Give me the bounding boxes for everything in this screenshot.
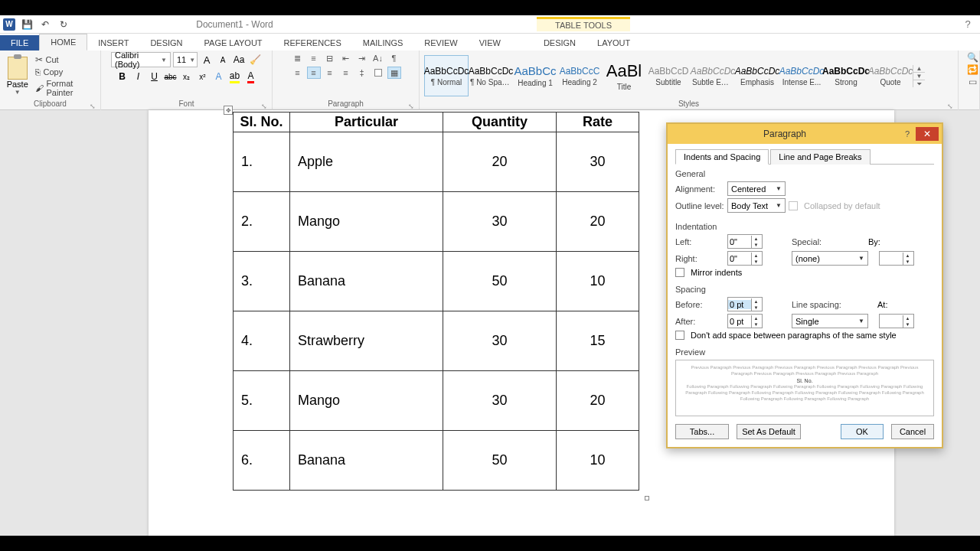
qat-redo-button[interactable]: ↻ — [57, 18, 70, 31]
left-indent-spinner[interactable]: ▲▼ — [727, 234, 763, 249]
table-cell[interactable]: 30 — [443, 192, 557, 252]
tab-review[interactable]: REVIEW — [413, 35, 468, 51]
highlight-button[interactable]: ab — [228, 70, 242, 83]
numbering-button[interactable]: ≡ — [307, 52, 321, 64]
outline-combo[interactable]: Body Text▼ — [727, 198, 786, 213]
table-cell[interactable]: 20 — [557, 192, 639, 252]
table-cell[interactable]: 2. — [234, 192, 290, 252]
style-item[interactable]: AaBbCcDcStrong — [824, 55, 868, 96]
change-case-button[interactable]: Aa — [232, 53, 246, 67]
table-cell[interactable]: 20 — [443, 132, 557, 192]
dialog-tab-line-breaks[interactable]: Line and Page Breaks — [770, 149, 870, 165]
tab-home[interactable]: HOME — [39, 34, 87, 51]
styles-scroll[interactable]: ▲▼⏷ — [913, 65, 925, 87]
dialog-help-button[interactable]: ? — [899, 129, 916, 139]
tab-mailings[interactable]: MAILINGS — [352, 35, 414, 51]
qat-save-button[interactable]: 💾 — [20, 18, 34, 31]
table-header[interactable]: Quantity — [443, 112, 557, 132]
style-item[interactable]: AaBbCcDSubtitle — [646, 55, 691, 96]
table-row[interactable]: 4.Strawberry3015 — [234, 311, 639, 371]
shrink-font-button[interactable]: A — [216, 53, 230, 67]
line-spacing-combo[interactable]: Single▼ — [792, 314, 868, 328]
bold-button[interactable]: B — [116, 70, 129, 83]
style-item[interactable]: AaBbCcDc¶ Normal — [424, 55, 469, 96]
cut-button[interactable]: ✂ Cut — [33, 54, 96, 66]
text-effects-button[interactable]: A — [212, 70, 226, 83]
table-cell[interactable]: Strawberry — [290, 311, 443, 371]
table-cell[interactable]: 20 — [557, 371, 639, 431]
show-marks-button[interactable]: ¶ — [387, 52, 401, 64]
table-cell[interactable]: 15 — [557, 311, 639, 371]
bullets-button[interactable]: ≣ — [291, 52, 305, 64]
table-cell[interactable]: 50 — [443, 431, 557, 491]
style-item[interactable]: AaBbCcCHeading 2 — [557, 55, 602, 96]
font-color-button[interactable]: A — [244, 70, 258, 83]
format-painter-button[interactable]: 🖌 Format Painter — [33, 78, 96, 98]
table-resize-handle[interactable] — [645, 496, 649, 500]
style-item[interactable]: AaBlTitle — [602, 55, 646, 96]
right-indent-spinner[interactable]: ▲▼ — [727, 251, 763, 266]
clipboard-launcher[interactable]: ⤡ — [90, 103, 96, 110]
ok-button[interactable]: OK — [841, 424, 884, 439]
special-combo[interactable]: (none)▼ — [792, 251, 868, 266]
style-item[interactable]: AaBbCcDcIntense E... — [779, 55, 824, 96]
borders-button[interactable]: ▦ — [387, 67, 401, 79]
table-cell[interactable]: Mango — [290, 371, 443, 431]
table-row[interactable]: 1.Apple2030 — [234, 132, 639, 192]
dialog-titlebar[interactable]: Paragraph ? ✕ — [668, 124, 942, 144]
table-cell[interactable]: Banana — [290, 431, 443, 491]
table-cell[interactable]: 1. — [234, 132, 290, 192]
styles-launcher[interactable]: ⤡ — [947, 103, 953, 110]
tab-page-layout[interactable]: PAGE LAYOUT — [194, 35, 273, 51]
underline-button[interactable]: U — [148, 70, 162, 83]
tabs-button[interactable]: Tabs... — [675, 424, 729, 439]
style-item[interactable]: AaBbCcDcEmphasis — [735, 55, 779, 96]
document-table[interactable]: Sl. No.ParticularQuantityRate 1.Apple203… — [233, 112, 639, 491]
set-default-button[interactable]: Set As Default — [737, 424, 801, 439]
table-cell[interactable]: 10 — [557, 252, 639, 311]
style-item[interactable]: AaBbCcHeading 1 — [513, 55, 557, 96]
no-space-checkbox[interactable] — [675, 331, 684, 340]
clear-formatting-button[interactable]: 🧹 — [248, 53, 262, 67]
mirror-checkbox[interactable] — [675, 268, 684, 277]
table-cell[interactable]: 5. — [234, 371, 290, 431]
table-header[interactable]: Particular — [290, 112, 443, 132]
table-move-handle[interactable]: ✥ — [224, 106, 233, 115]
table-cell[interactable]: 30 — [557, 132, 639, 192]
increase-indent-button[interactable]: ⇥ — [355, 52, 369, 64]
font-launcher[interactable]: ⤡ — [261, 103, 267, 110]
style-item[interactable]: AaBbCcDc¶ No Spac... — [469, 55, 513, 96]
table-header[interactable]: Sl. No. — [234, 112, 290, 132]
style-item[interactable]: AaBbCcDcSubtle Em... — [691, 55, 735, 96]
align-center-button[interactable]: ≡ — [307, 67, 321, 79]
qat-undo-button[interactable]: ↶ — [38, 18, 52, 31]
table-cell[interactable]: Apple — [290, 132, 443, 192]
table-row[interactable]: 3.Banana5010 — [234, 252, 639, 311]
table-cell[interactable]: 30 — [443, 311, 557, 371]
cancel-button[interactable]: Cancel — [891, 424, 934, 439]
line-spacing-button[interactable]: ‡ — [355, 67, 369, 79]
tab-table-design[interactable]: DESIGN — [533, 35, 586, 51]
select-icon[interactable]: ▭ — [969, 77, 977, 87]
align-right-button[interactable]: ≡ — [323, 67, 337, 79]
table-cell[interactable]: 30 — [443, 371, 557, 431]
shading-button[interactable] — [371, 67, 385, 79]
table-cell[interactable]: 3. — [234, 252, 290, 311]
styles-gallery[interactable]: AaBbCcDc¶ NormalAaBbCcDc¶ No Spac...AaBb… — [424, 55, 913, 96]
before-spinner[interactable]: ▲▼ — [727, 297, 763, 311]
find-icon[interactable]: 🔍 — [967, 52, 978, 63]
table-header[interactable]: Rate — [557, 112, 639, 132]
tab-file[interactable]: FILE — [0, 35, 39, 51]
paragraph-launcher[interactable]: ⤡ — [408, 103, 414, 110]
table-row[interactable]: 5.Mango3020 — [234, 371, 639, 431]
align-left-button[interactable]: ≡ — [291, 67, 305, 79]
by-spinner[interactable]: ▲▼ — [879, 251, 914, 266]
table-row[interactable]: 6.Banana5010 — [234, 431, 639, 491]
dialog-close-button[interactable]: ✕ — [916, 127, 939, 141]
tab-design[interactable]: DESIGN — [139, 35, 193, 51]
paste-button[interactable]: Paste ▼ — [5, 57, 30, 96]
table-cell[interactable]: 4. — [234, 311, 290, 371]
tab-references[interactable]: REFERENCES — [273, 35, 352, 51]
tab-view[interactable]: VIEW — [469, 35, 511, 51]
table-cell[interactable]: Mango — [290, 192, 443, 252]
